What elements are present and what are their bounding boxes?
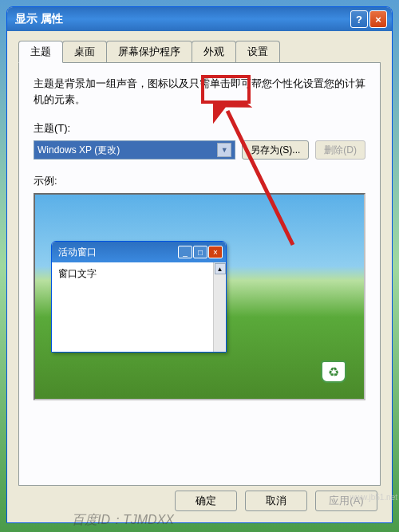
theme-row: Windows XP (更改) ▼ 另存为(S)... 删除(D): [34, 140, 365, 160]
theme-dropdown[interactable]: Windows XP (更改) ▼: [34, 140, 235, 160]
delete-button: 删除(D): [315, 140, 365, 160]
preview-label: 示例:: [34, 174, 365, 188]
tab-theme[interactable]: 主题: [18, 41, 63, 63]
preview-body-text: 窗口文字: [58, 268, 97, 279]
tab-panel-theme: 主题是背景加一组声音，图标以及只需单击即可帮您个性化设置您的计算机的元素。 主题…: [18, 63, 381, 486]
watermark-left: 百度ID：TJMDXX: [72, 512, 174, 529]
maximize-icon: □: [193, 246, 207, 258]
minimize-icon: _: [178, 246, 192, 258]
watermark-right: www.jb51.net: [350, 493, 397, 502]
preview-window-title: 活动窗口: [55, 246, 178, 259]
dialog-action-buttons: 确定 取消 应用(A): [175, 491, 377, 511]
theme-dropdown-label: 主题(T):: [34, 121, 365, 136]
tab-appearance[interactable]: 外观: [192, 41, 236, 62]
preview-window-body: 窗口文字 ▲: [52, 262, 226, 352]
theme-description: 主题是背景加一组声音，图标以及只需单击即可帮您个性化设置您的计算机的元素。: [34, 76, 365, 107]
window-title: 显示 属性: [12, 12, 350, 26]
preview-titlebar: 活动窗口 _ □ ×: [52, 242, 226, 262]
titlebar-buttons: ? ×: [350, 10, 387, 28]
close-icon: ×: [208, 246, 223, 258]
tab-strip: 主题 桌面 屏幕保护程序 外观 设置: [18, 41, 381, 63]
theme-preview: 活动窗口 _ □ × 窗口文字 ▲ ♻: [34, 193, 365, 400]
preview-window-buttons: _ □ ×: [178, 246, 223, 258]
tab-settings[interactable]: 设置: [235, 41, 280, 62]
tab-screensaver[interactable]: 屏幕保护程序: [106, 41, 192, 62]
tab-desktop[interactable]: 桌面: [62, 41, 107, 62]
dialog-body: 主题 桌面 屏幕保护程序 外观 设置 主题是背景加一组声音，图标以及只需单击即可…: [7, 31, 392, 522]
theme-dropdown-value: Windows XP (更改): [38, 144, 120, 157]
recycle-bin-icon: ♻: [321, 361, 350, 389]
ok-button[interactable]: 确定: [175, 491, 237, 511]
help-button[interactable]: ?: [350, 10, 368, 28]
annotation-highlight: [201, 75, 251, 104]
scrollbar-icon: ▲: [213, 262, 226, 352]
scroll-up-icon: ▲: [215, 263, 226, 274]
display-properties-dialog: 显示 属性 ? × 主题 桌面 屏幕保护程序 外观 设置 主题是背景加一组声音，…: [6, 6, 393, 523]
save-as-button[interactable]: 另存为(S)...: [242, 140, 309, 160]
cancel-button[interactable]: 取消: [245, 491, 307, 511]
chevron-down-icon: ▼: [217, 143, 231, 157]
close-button[interactable]: ×: [369, 10, 387, 28]
titlebar[interactable]: 显示 属性 ? ×: [7, 7, 392, 31]
preview-active-window: 活动窗口 _ □ × 窗口文字 ▲: [51, 241, 227, 353]
